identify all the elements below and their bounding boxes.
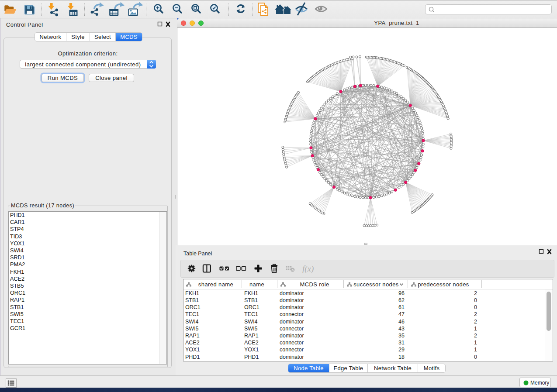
svg-text:f(x): f(x) (302, 264, 314, 274)
